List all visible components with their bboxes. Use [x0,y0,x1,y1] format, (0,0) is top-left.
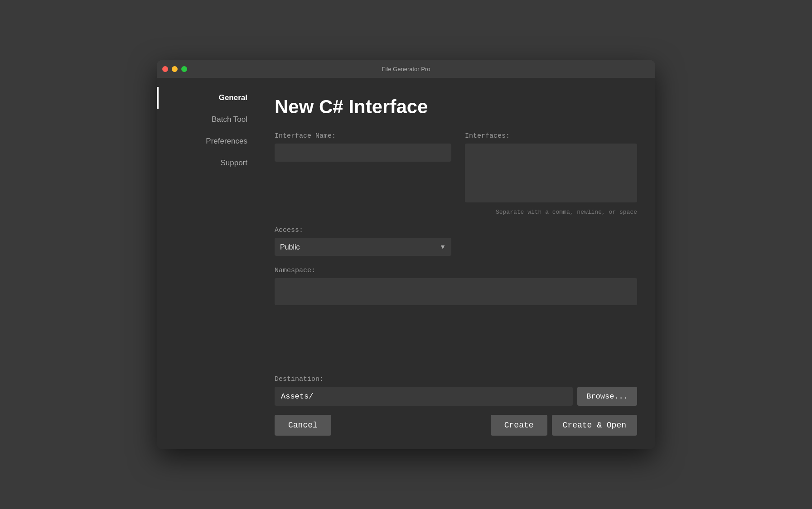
interfaces-label: Interfaces: [465,132,637,140]
access-group: Access: Public Private Protected Interna… [275,226,451,256]
interfaces-group: Interfaces: Separate with a comma, newli… [465,132,637,216]
destination-section: Destination: Browse... [275,375,637,406]
window-title: File Generator Pro [382,66,430,72]
form-area: Interface Name: Interfaces: Separate wit… [275,132,637,436]
access-select-wrapper: Public Private Protected Internal ▼ [275,238,451,256]
main-content: New C# Interface Interface Name: Interfa… [256,78,655,449]
close-button[interactable] [162,66,168,72]
create-open-button[interactable]: Create & Open [552,415,637,436]
content-area: General Batch Tool Preferences Support N… [157,78,655,449]
cancel-button[interactable]: Cancel [275,415,331,436]
sidebar-item-support[interactable]: Support [157,152,256,174]
sidebar: General Batch Tool Preferences Support [157,78,256,449]
interfaces-hint: Separate with a comma, newline, or space [465,209,637,216]
app-window: File Generator Pro General Batch Tool Pr… [157,60,655,449]
btn-group-right: Create Create & Open [491,415,637,436]
namespace-group: Namespace: [275,267,637,305]
namespace-input[interactable] [275,278,637,305]
browse-button[interactable]: Browse... [577,387,637,406]
destination-label: Destination: [275,375,637,383]
interfaces-spacer [465,226,637,256]
interface-name-group: Interface Name: [275,132,451,216]
sidebar-item-preferences[interactable]: Preferences [157,130,256,152]
access-select[interactable]: Public Private Protected Internal [275,238,451,256]
interface-name-input[interactable] [275,144,451,162]
traffic-lights [162,66,187,72]
interfaces-textarea[interactable] [465,144,637,202]
sidebar-item-batch-tool[interactable]: Batch Tool [157,109,256,130]
titlebar: File Generator Pro [157,60,655,78]
maximize-button[interactable] [181,66,187,72]
minimize-button[interactable] [172,66,178,72]
page-title: New C# Interface [275,96,637,118]
form-row-2: Access: Public Private Protected Interna… [275,226,637,256]
access-label: Access: [275,226,451,234]
interface-name-label: Interface Name: [275,132,451,140]
namespace-label: Namespace: [275,267,637,274]
destination-input[interactable] [275,387,573,406]
destination-row: Browse... [275,387,637,406]
action-buttons: Cancel Create Create & Open [275,415,637,436]
create-button[interactable]: Create [491,415,547,436]
form-row-1: Interface Name: Interfaces: Separate wit… [275,132,637,216]
sidebar-item-general[interactable]: General [157,87,256,109]
form-row-3: Namespace: [275,267,637,305]
